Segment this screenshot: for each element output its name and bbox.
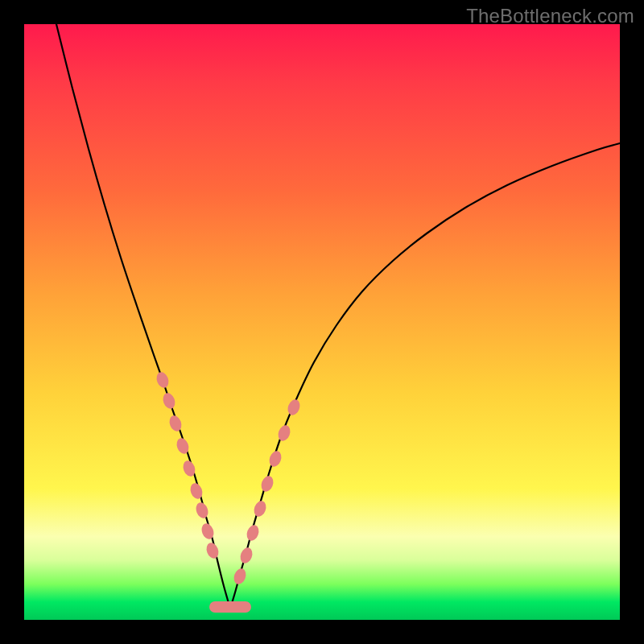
data-marker [286, 398, 302, 417]
data-marker [155, 370, 171, 390]
data-marker [245, 523, 261, 543]
markers-group [155, 370, 302, 613]
data-marker [276, 423, 292, 443]
chart-svg [24, 24, 620, 620]
plot-area [24, 24, 620, 620]
data-marker [200, 522, 216, 541]
curve-group [56, 24, 620, 609]
data-marker [267, 449, 283, 469]
data-marker [161, 391, 177, 411]
data-marker [167, 414, 184, 433]
chart-frame: TheBottleneck.com [0, 0, 644, 644]
data-marker [204, 541, 221, 560]
data-marker [232, 567, 248, 586]
data-marker [252, 499, 268, 518]
data-marker [188, 481, 204, 501]
data-marker [238, 546, 254, 565]
trough-marker [209, 601, 251, 613]
left-curve [56, 24, 230, 609]
right-curve [230, 143, 620, 609]
data-marker [194, 501, 210, 520]
data-marker [259, 474, 275, 493]
